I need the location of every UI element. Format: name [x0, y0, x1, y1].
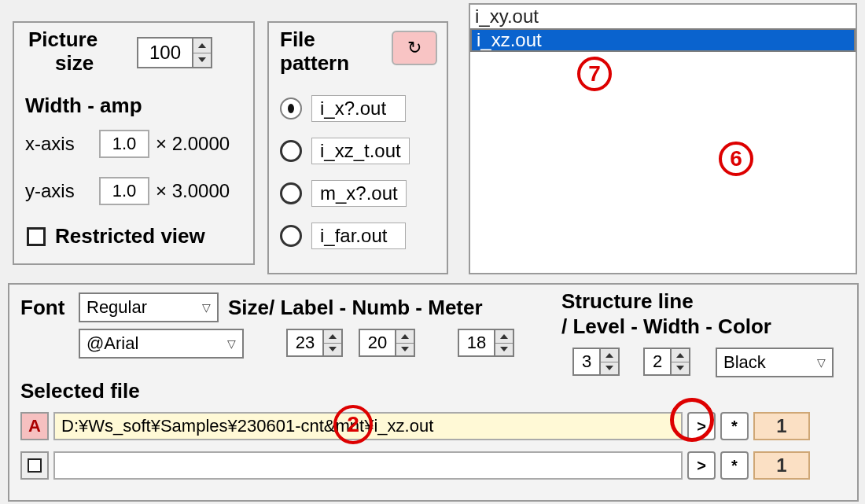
y-axis-label: y-axis [25, 180, 75, 202]
size-label-down[interactable] [324, 344, 341, 356]
pattern-option-3[interactable]: i_far.out [311, 223, 406, 249]
structure-color-value: Black [723, 352, 766, 373]
pattern-option-1[interactable]: i_xz_t.out [311, 138, 410, 164]
refresh-icon: ↻ [407, 38, 421, 58]
width-amp-label: Width - amp [25, 94, 142, 118]
chevron-down-icon: ▽ [227, 337, 236, 350]
sizes-heading: Size/ Label - Numb - Meter [228, 296, 483, 320]
size-numb-down[interactable] [396, 344, 414, 356]
pattern-option-0[interactable]: i_x?.out [311, 95, 406, 122]
size-numb-input[interactable] [359, 329, 395, 357]
size-meter-stepper[interactable] [458, 329, 514, 357]
structure-level-down[interactable] [601, 362, 618, 375]
chevron-down-icon [500, 347, 508, 351]
file-pattern-group: File pattern ↻ i_x?.out i_xz_t.out m_x?.… [267, 21, 448, 274]
picture-size-down[interactable] [193, 53, 211, 68]
size-label-input[interactable] [286, 329, 322, 357]
size-label: size [55, 51, 94, 75]
chevron-down-icon [676, 366, 684, 370]
chevron-down-icon: ▽ [202, 301, 211, 314]
font-family-select[interactable]: @Arial ▽ [79, 329, 244, 359]
restricted-view-label: Restricted view [55, 224, 205, 248]
y-axis-multiplier: × 3.0000 [156, 180, 230, 202]
chevron-up-icon [401, 334, 409, 339]
structure-width-up[interactable] [672, 349, 689, 362]
chevron-up-icon [676, 353, 684, 358]
selected-file-row: A D:¥Ws_soft¥Samples¥230601-cnt&mnt¥i_xz… [20, 410, 848, 442]
chevron-up-icon [606, 353, 613, 358]
pattern-radio-1[interactable] [280, 140, 302, 162]
pattern-option-2[interactable]: m_x?.out [311, 180, 407, 207]
font-style-value: Regular [86, 297, 147, 318]
selected-file-row: > * 1 [20, 450, 848, 481]
size-numb-stepper[interactable] [359, 329, 415, 357]
chevron-down-icon [401, 347, 409, 351]
picture-size-input[interactable] [137, 37, 192, 68]
row-star-button[interactable]: * [720, 412, 749, 440]
selected-file-label: Selected file [20, 379, 140, 403]
structure-line-label-1: Structure line [561, 289, 694, 314]
pattern-radio-3[interactable] [280, 225, 302, 247]
structure-level-stepper[interactable] [572, 348, 620, 376]
row-count-cell[interactable]: 1 [753, 412, 810, 440]
pattern-radio-0[interactable] [280, 97, 302, 120]
y-axis-input[interactable] [99, 177, 149, 205]
row-browse-button[interactable]: > [687, 451, 716, 480]
pattern-refresh-button[interactable]: ↻ [392, 31, 437, 65]
structure-width-down[interactable] [672, 362, 689, 375]
chevron-down-icon [329, 347, 337, 351]
picture-size-up[interactable] [193, 39, 211, 53]
lower-panel: Font Regular ▽ @Arial ▽ Size/ Label - Nu… [8, 283, 859, 502]
chevron-down-icon [198, 57, 206, 62]
row-handle-a[interactable]: A [20, 412, 49, 440]
structure-level-up[interactable] [601, 349, 618, 362]
pattern-file-label: File [280, 28, 315, 52]
size-meter-up[interactable] [495, 330, 513, 344]
chevron-up-icon [500, 334, 508, 339]
font-style-select[interactable]: Regular ▽ [79, 292, 219, 322]
file-list[interactable]: i_xy.out i_xz.out [469, 3, 857, 274]
structure-width-stepper[interactable] [643, 348, 690, 376]
structure-level-input[interactable] [572, 348, 599, 376]
picture-label: Picture [28, 28, 98, 52]
structure-color-select[interactable]: Black ▽ [716, 348, 834, 377]
row-count-cell[interactable]: 1 [753, 451, 810, 480]
selected-file-path-input[interactable]: D:¥Ws_soft¥Samples¥230601-cnt&mnt¥i_xz.o… [53, 412, 683, 440]
row-browse-button[interactable]: > [687, 412, 716, 440]
size-meter-down[interactable] [495, 344, 513, 356]
pattern-radio-2[interactable] [280, 182, 302, 204]
chevron-down-icon [606, 366, 613, 370]
restricted-view-checkbox[interactable] [27, 227, 46, 246]
picture-size-stepper[interactable] [137, 37, 212, 68]
pattern-pattern-label: pattern [280, 51, 349, 75]
file-list-item[interactable]: i_xy.out [470, 5, 856, 28]
structure-line-label-2: / Level - Width - Color [561, 315, 771, 339]
font-family-value: @Arial [86, 333, 138, 354]
chevron-down-icon: ▽ [817, 356, 826, 369]
x-axis-input[interactable] [99, 130, 149, 158]
chevron-up-icon [329, 334, 337, 339]
size-label-stepper[interactable] [286, 329, 343, 357]
chevron-up-icon [198, 43, 206, 48]
x-axis-multiplier: × 2.0000 [156, 133, 230, 155]
x-axis-label: x-axis [25, 133, 75, 155]
selected-file-path-input[interactable] [53, 451, 683, 480]
font-label: Font [20, 296, 64, 320]
picture-size-group: Picture size Width - amp x-axis × 2.0000… [13, 21, 255, 265]
row-handle-blank[interactable] [20, 451, 49, 480]
size-label-up[interactable] [324, 330, 341, 344]
row-checkbox[interactable] [28, 458, 42, 473]
file-list-item[interactable]: i_xz.out [470, 28, 856, 52]
structure-width-input[interactable] [643, 348, 670, 376]
selected-file-path-value: D:¥Ws_soft¥Samples¥230601-cnt&mnt¥i_xz.o… [61, 416, 433, 436]
size-meter-input[interactable] [458, 329, 494, 357]
row-star-button[interactable]: * [720, 451, 749, 480]
size-numb-up[interactable] [396, 330, 414, 344]
